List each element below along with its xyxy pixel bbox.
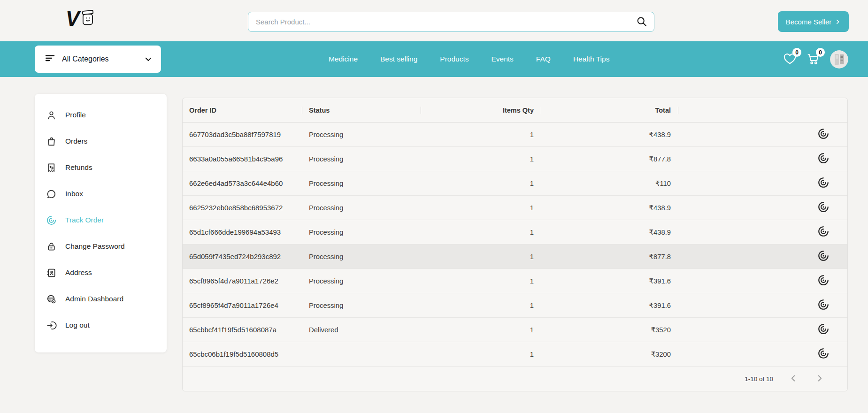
column-header-items-qty[interactable]: Items Qty xyxy=(421,107,541,114)
table-row[interactable]: 65cbc06b1f19f5d5160808d5 1 ₹3200 xyxy=(183,342,847,367)
status-cell: Processing xyxy=(302,253,421,260)
wishlist-count-badge: 0 xyxy=(792,48,801,57)
track-order-button[interactable] xyxy=(816,323,830,337)
sidebar-item-label: Address xyxy=(65,268,92,277)
qty-cell: 1 xyxy=(421,253,541,260)
order-id-cell: 65cbc06b1f19f5d5160808d5 xyxy=(183,350,302,358)
cart-button[interactable]: 0 xyxy=(807,52,821,66)
track-order-button[interactable] xyxy=(816,201,830,215)
status-cell: Processing xyxy=(302,131,421,138)
status-cell: Delivered xyxy=(302,326,421,334)
user-avatar[interactable] xyxy=(830,50,848,69)
nav-link-medicine[interactable]: Medicine xyxy=(329,55,358,63)
chevron-right-icon xyxy=(814,373,825,383)
nav-links: Medicine Best selling Products Events FA… xyxy=(329,41,609,77)
table-header-row: Order ID Status Items Qty Total xyxy=(183,98,847,122)
track-order-button[interactable] xyxy=(816,250,830,264)
qty-cell: 1 xyxy=(421,131,541,138)
logo-letter: V xyxy=(66,9,78,28)
column-header-status[interactable]: Status xyxy=(302,107,421,114)
search-input[interactable] xyxy=(248,12,654,32)
medicine-jar-icon xyxy=(81,9,96,28)
pagination-next-button[interactable] xyxy=(814,373,826,385)
track-spiral-icon xyxy=(46,215,57,226)
become-seller-button[interactable]: Become Seller xyxy=(778,11,849,32)
track-order-button[interactable] xyxy=(816,298,830,313)
sidebar-item-track-order[interactable]: Track Order xyxy=(35,207,167,233)
column-header-order-id[interactable]: Order ID xyxy=(183,107,302,114)
total-cell: ₹3520 xyxy=(541,326,678,334)
track-order-button[interactable] xyxy=(816,347,830,361)
become-seller-label: Become Seller xyxy=(786,18,832,26)
qty-cell: 1 xyxy=(421,351,541,358)
nav-link-health-tips[interactable]: Health Tips xyxy=(573,55,610,63)
site-logo[interactable]: V xyxy=(66,9,96,28)
sidebar-item-label: Log out xyxy=(65,321,90,329)
qty-cell: 1 xyxy=(421,302,541,309)
categories-label: All Categories xyxy=(62,55,144,63)
total-cell: ₹391.6 xyxy=(541,301,678,309)
sidebar-item-inbox[interactable]: Inbox xyxy=(35,181,167,207)
orders-table: Order ID Status Items Qty Total 667703da… xyxy=(182,98,848,391)
nav-link-events[interactable]: Events xyxy=(491,55,513,63)
order-id-cell: 667703dad3c5ba88f7597819 xyxy=(183,130,302,138)
table-row[interactable]: 65cf8965f4d7a9011a1726e4 Processing 1 ₹3… xyxy=(183,293,847,318)
status-cell: Processing xyxy=(302,229,421,236)
sidebar-item-admin-dashboard[interactable]: Admin Dashboard xyxy=(35,286,167,312)
sidebar-item-label: Profile xyxy=(65,111,86,119)
total-cell: ₹877.8 xyxy=(541,155,678,163)
table-row[interactable]: 65cf8965f4d7a9011a1726e2 Processing 1 ₹3… xyxy=(183,269,847,293)
order-id-cell: 65d1cf666dde199694a53493 xyxy=(183,228,302,236)
table-row[interactable]: 6633a0a055a66581b4c95a96 Processing 1 ₹8… xyxy=(183,147,847,171)
chevron-left-icon xyxy=(788,373,799,383)
sidebar-item-profile[interactable]: Profile xyxy=(35,102,167,128)
table-row[interactable]: 662e6ed4ad573a3c644e4b60 Processing 1 ₹1… xyxy=(183,171,847,196)
order-id-cell: 662e6ed4ad573a3c644e4b60 xyxy=(183,179,302,187)
table-row[interactable]: 65d1cf666dde199694a53493 Processing 1 ₹4… xyxy=(183,220,847,245)
sidebar-item-log-out[interactable]: Log out xyxy=(35,312,167,338)
chat-bubble-icon xyxy=(46,189,57,199)
total-cell: ₹438.9 xyxy=(541,204,678,212)
track-order-button[interactable] xyxy=(816,225,830,239)
nav-actions: 0 0 xyxy=(783,41,848,77)
cart-count-badge: 0 xyxy=(816,48,825,57)
nav-link-best-selling[interactable]: Best selling xyxy=(380,55,417,63)
qty-cell: 1 xyxy=(421,180,541,187)
status-cell: Processing xyxy=(302,204,421,212)
qty-cell: 1 xyxy=(421,277,541,285)
order-id-cell: 65cf8965f4d7a9011a1726e2 xyxy=(183,277,302,285)
sidebar-item-address[interactable]: Address xyxy=(35,260,167,286)
track-order-button[interactable] xyxy=(816,176,830,191)
sidebar-item-refunds[interactable]: Refunds xyxy=(35,154,167,181)
sidebar-item-label: Inbox xyxy=(65,190,83,198)
table-pagination: 1-10 of 10 xyxy=(183,367,847,391)
nav-link-faq[interactable]: FAQ xyxy=(536,55,551,63)
table-row[interactable]: 65cbbcf41f19f5d51608087a Delivered 1 ₹35… xyxy=(183,318,847,342)
all-categories-dropdown[interactable]: All Categories xyxy=(35,46,161,73)
total-cell: ₹877.8 xyxy=(541,252,678,260)
pagination-prev-button[interactable] xyxy=(787,373,799,385)
search-icon[interactable] xyxy=(636,16,648,28)
status-cell: Processing xyxy=(302,180,421,187)
status-cell: Processing xyxy=(302,277,421,285)
track-order-button[interactable] xyxy=(816,128,830,142)
qty-cell: 1 xyxy=(421,229,541,236)
total-cell: ₹438.9 xyxy=(541,130,678,138)
table-row-highlighted[interactable]: 65d059f7435ed724b293c892 Processing 1 ₹8… xyxy=(183,245,847,269)
refund-icon xyxy=(46,162,57,173)
admin-globe-icon xyxy=(46,294,57,305)
total-cell: ₹110 xyxy=(541,179,678,187)
column-header-total[interactable]: Total xyxy=(541,107,678,114)
table-row[interactable]: 667703dad3c5ba88f7597819 Processing 1 ₹4… xyxy=(183,122,847,147)
table-row[interactable]: 6625232eb0e858bc68953672 Processing 1 ₹4… xyxy=(183,196,847,220)
sidebar-item-orders[interactable]: Orders xyxy=(35,128,167,154)
track-order-button[interactable] xyxy=(816,274,830,288)
nav-link-products[interactable]: Products xyxy=(440,55,469,63)
track-order-button[interactable] xyxy=(816,152,830,166)
total-cell: ₹3200 xyxy=(541,350,678,358)
sidebar-item-change-password[interactable]: Change Password xyxy=(35,233,167,260)
order-id-cell: 65d059f7435ed724b293c892 xyxy=(183,252,302,260)
status-cell: Processing xyxy=(302,302,421,309)
total-cell: ₹391.6 xyxy=(541,277,678,285)
wishlist-button[interactable]: 0 xyxy=(783,52,797,66)
